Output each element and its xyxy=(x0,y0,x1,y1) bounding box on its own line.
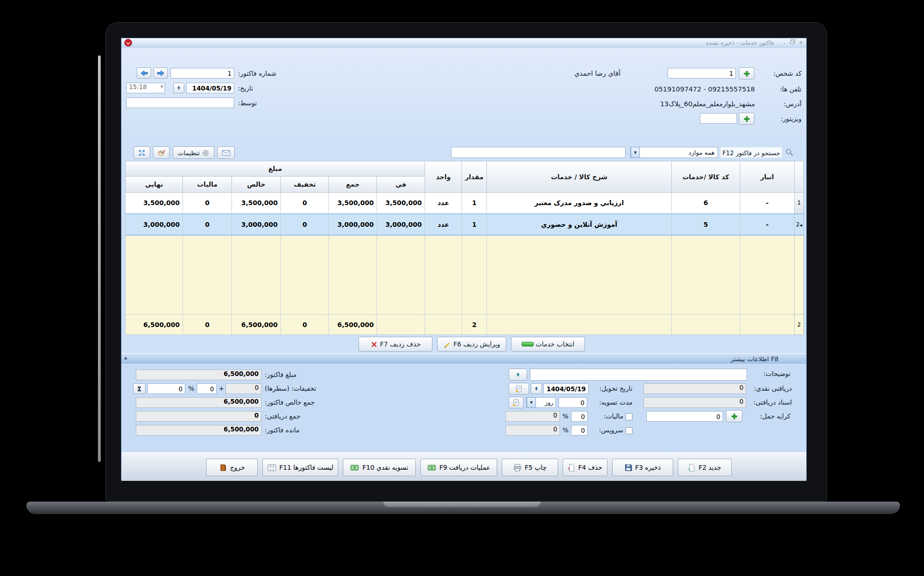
settlement-notes-button[interactable]: ★ xyxy=(509,397,523,408)
cell-final[interactable]: 3,500,000 xyxy=(126,193,183,214)
add-person-button[interactable] xyxy=(739,67,754,79)
discount-percent-input[interactable] xyxy=(147,383,185,394)
minimize-button[interactable]: ـ xyxy=(781,39,788,46)
settlement-days-input[interactable] xyxy=(559,397,587,408)
cell-net[interactable]: 3,000,000 xyxy=(232,214,281,235)
cell-qty[interactable]: 1 xyxy=(462,193,487,214)
tax-amount-field: 0 xyxy=(505,411,560,422)
plus-sign: + xyxy=(218,383,225,394)
nav-next-button[interactable] xyxy=(153,67,168,79)
cell-tax[interactable]: 0 xyxy=(183,214,232,235)
receive-operations-button[interactable]: عملیات دریافت F9 xyxy=(420,459,497,476)
grid-row-1[interactable]: 1 - 6 ارزیابي و صدور مدرک معتبر 1 عدد 3,… xyxy=(126,193,804,214)
new-invoice-button[interactable]: جدید F2 + xyxy=(678,459,732,476)
settlement-unit-value: روز xyxy=(536,399,555,406)
invoice-list-button[interactable]: لیست فاکتورها F11 xyxy=(262,459,338,476)
sigma-button[interactable]: Σ xyxy=(133,383,146,394)
add-freight-button[interactable] xyxy=(726,410,742,422)
search-filter-select[interactable]: همه موارد ▼ xyxy=(630,147,718,158)
exit-button[interactable]: خروج xyxy=(206,459,258,476)
phones-text: 05191097472 - 09215557518 xyxy=(630,84,755,95)
cell-code[interactable]: 6 xyxy=(672,193,740,214)
invoice-window: فاکتور خدمات - ذخیره نشده ـ × کد شخص: آق… xyxy=(121,38,807,480)
totals-discount: 0 xyxy=(281,315,329,335)
delete-row-button[interactable]: حذف ردیف F7 × xyxy=(359,337,432,352)
print-button[interactable]: چاپ F5 xyxy=(502,459,558,476)
service-checkbox[interactable] xyxy=(626,427,632,434)
date-input[interactable] xyxy=(186,83,234,93)
appearance-button[interactable] xyxy=(153,146,170,159)
discount-amount-input[interactable] xyxy=(197,383,217,394)
cell-qty[interactable]: 1 xyxy=(462,214,487,235)
four-arrows-icon xyxy=(138,149,146,157)
cell-unit[interactable]: عدد xyxy=(425,214,462,235)
close-button[interactable]: × xyxy=(797,39,804,46)
tax-percent-input[interactable] xyxy=(571,411,588,422)
invoice-number-input[interactable] xyxy=(170,68,234,79)
cell-discount[interactable]: 0 xyxy=(281,193,329,214)
column-unit: واحد xyxy=(425,161,462,193)
balance-field: 6,500,000 xyxy=(136,425,261,436)
cell-price[interactable]: 3,000,000 xyxy=(377,214,425,235)
add-visitor-button[interactable] xyxy=(739,113,754,125)
date-spinner-button[interactable]: ▲▼ xyxy=(173,83,184,93)
arrow-left-icon xyxy=(140,70,148,76)
cell-sum[interactable]: 3,500,000 xyxy=(329,193,377,214)
delete-invoice-button[interactable]: حذف F4 × xyxy=(563,459,608,476)
column-store: انبار xyxy=(740,161,795,193)
save-button[interactable]: ذخیره F3 xyxy=(612,459,673,476)
cell-unit[interactable]: عدد xyxy=(425,193,462,214)
visitor-input[interactable] xyxy=(700,113,737,124)
nav-previous-button[interactable] xyxy=(137,67,151,79)
maximize-button[interactable] xyxy=(789,39,796,46)
cash-settle-button[interactable]: تسویه نقدي F10 xyxy=(343,459,416,476)
delivery-notes-button[interactable]: ★ xyxy=(509,383,529,394)
cell-description[interactable]: آموزش آنلاین و حضوري xyxy=(487,214,672,235)
time-input[interactable]: 15:18 ▲▼ xyxy=(126,83,165,93)
notes-input[interactable] xyxy=(530,369,747,381)
cash-received-label: دریافتی نقدي: xyxy=(748,383,792,394)
totals-sum: 6,500,000 xyxy=(329,315,377,335)
net-total-label: جمع خالص فاکتور: xyxy=(265,397,339,408)
grid-row-2-selected[interactable]: ◀2 - 5 آموزش آنلاین و حضوري 1 عدد 3,000,… xyxy=(126,214,804,235)
email-button[interactable] xyxy=(217,146,235,159)
invoice-grid: انبار کد کالا /خدمات شرح کالا / خدمات مق… xyxy=(125,161,804,335)
cell-tax[interactable]: 0 xyxy=(183,193,232,214)
laptop-base-notch xyxy=(383,502,541,507)
column-discount: تخفیف xyxy=(281,176,329,193)
select-services-button[interactable]: انتخاب خدمات xyxy=(511,337,585,352)
cell-final[interactable]: 3,000,000 xyxy=(126,214,183,235)
row-number[interactable]: 1 xyxy=(795,193,804,214)
cell-sum[interactable]: 3,000,000 xyxy=(329,214,377,235)
notes-expand-button[interactable]: ▲▼ xyxy=(509,369,527,381)
percent-sign: % xyxy=(561,424,570,436)
search-input[interactable] xyxy=(451,147,626,158)
by-input[interactable] xyxy=(126,97,234,108)
cell-store[interactable]: - xyxy=(740,193,795,214)
cell-price[interactable]: 3,500,000 xyxy=(377,193,425,214)
service-percent-input[interactable] xyxy=(571,425,588,436)
print-label: چاپ F5 xyxy=(525,464,547,471)
cell-net[interactable]: 3,500,000 xyxy=(232,193,281,214)
time-value: 15:18 xyxy=(129,83,147,91)
settings-button[interactable]: تنظیمات xyxy=(173,146,214,159)
time-spinner-icon[interactable]: ▲▼ xyxy=(161,85,163,89)
tax-checkbox[interactable] xyxy=(626,413,632,420)
cell-discount[interactable]: 0 xyxy=(281,214,329,235)
expand-grid-button[interactable] xyxy=(134,146,150,159)
edit-row-button[interactable]: ویرایش ردیف F6 xyxy=(437,337,506,352)
settlement-unit-select[interactable]: روز ▼ xyxy=(526,397,556,408)
more-info-bar[interactable]: F8 اطلاعات بیشتر ▲ xyxy=(122,353,806,364)
freight-input[interactable] xyxy=(646,411,723,422)
row-number[interactable]: ◀2 xyxy=(795,214,804,235)
clipboard-star-icon: ★ xyxy=(515,385,523,393)
svg-text:★: ★ xyxy=(512,403,516,407)
cell-code[interactable]: 5 xyxy=(672,214,740,235)
search-filter-value: همه موارد xyxy=(640,149,717,156)
svg-text:×: × xyxy=(568,466,570,471)
cell-description[interactable]: ارزیابي و صدور مدرک معتبر xyxy=(487,193,672,214)
cell-store[interactable]: - xyxy=(740,214,795,235)
delivery-date-input[interactable] xyxy=(543,383,589,394)
person-code-input[interactable] xyxy=(668,68,736,79)
delivery-date-spinner[interactable]: ▲▼ xyxy=(531,383,542,394)
